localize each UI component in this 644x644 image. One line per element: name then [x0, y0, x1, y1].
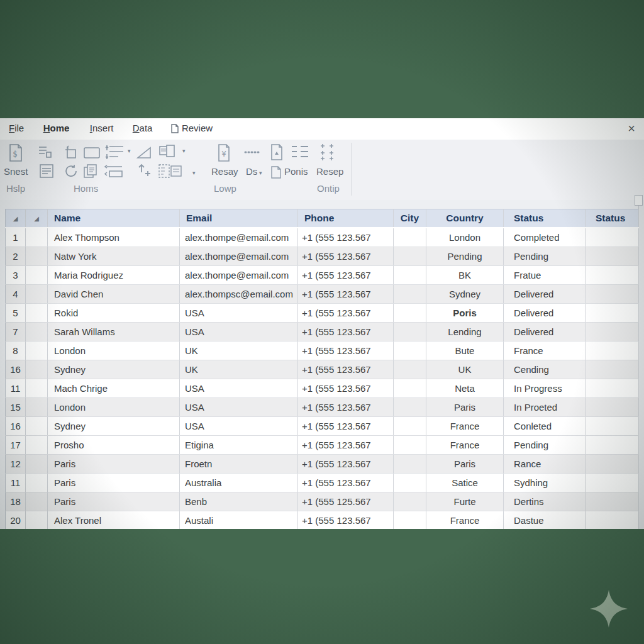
copy-format-icon[interactable] [158, 144, 180, 160]
cell-status2[interactable] [586, 474, 639, 492]
close-icon[interactable]: × [624, 121, 639, 136]
cell-phone[interactable]: +1 (555 123.567 [298, 511, 394, 530]
cell-phone[interactable]: +1 (555 123.567 [298, 285, 394, 304]
cell-city[interactable] [394, 455, 426, 474]
cell-status2[interactable] [586, 323, 639, 341]
row-number[interactable]: 1 [6, 228, 26, 247]
cell-email[interactable]: USA [180, 323, 298, 341]
cell-email[interactable]: USA [180, 379, 298, 398]
ribbon-button-resep[interactable]: Resep [316, 166, 343, 177]
cell-country[interactable]: Poris [426, 304, 504, 323]
cell-blank[interactable] [26, 341, 48, 360]
row-number[interactable]: 4 [6, 285, 26, 304]
cell-status[interactable]: In Progress [504, 379, 586, 398]
cell-blank[interactable] [26, 455, 48, 474]
cell-status2[interactable] [586, 417, 639, 436]
cell-country[interactable]: Paris [426, 398, 504, 417]
cell-status[interactable]: Sydhing [504, 474, 586, 492]
cell-status2[interactable] [586, 266, 639, 285]
cell-country[interactable]: Lending [426, 323, 504, 341]
cell-phone[interactable]: +1 (555 123.567 [298, 341, 394, 360]
copy-pages-icon[interactable] [83, 164, 99, 179]
cell-country[interactable]: Sydney [426, 285, 504, 304]
cell-status2[interactable] [586, 379, 639, 398]
cell-country[interactable]: Paris [426, 455, 504, 474]
row-number[interactable]: 11 [6, 379, 26, 398]
corner-sort-cell[interactable]: ◢ [26, 209, 48, 228]
cell-country[interactable]: France [426, 511, 504, 530]
cell-status[interactable]: Delivered [504, 323, 586, 341]
cell-blank[interactable] [26, 360, 48, 379]
cell-status[interactable]: Cending [504, 360, 586, 379]
cell-phone[interactable]: +1 (555 123.567 [298, 323, 394, 341]
corner-sort-cell[interactable]: ◢ [6, 209, 26, 228]
cell-status2[interactable] [586, 436, 639, 455]
cell-status[interactable]: Completed [504, 228, 586, 247]
cell-name[interactable]: Paris [48, 455, 180, 474]
cell-email[interactable]: Australia [180, 474, 298, 492]
row-number[interactable]: 11 [6, 474, 26, 492]
clipboard-list-icon[interactable] [158, 164, 182, 179]
cell-phone[interactable]: +1 (555 123.567 [298, 304, 394, 323]
header-city[interactable]: City [394, 209, 426, 228]
menu-insert[interactable]: Insert [86, 118, 118, 137]
cell-country[interactable]: Bute [426, 341, 504, 360]
dropdown-arrow-icon[interactable]: ▾ [182, 148, 186, 154]
scrollbar-track[interactable] [638, 200, 644, 529]
cell-city[interactable] [394, 511, 426, 530]
cell-status[interactable]: Delivered [504, 304, 586, 323]
row-number[interactable]: 16 [6, 417, 26, 436]
cell-phone[interactable]: +1 (555 123.567 [298, 228, 394, 247]
cell-status[interactable]: Dertins [504, 492, 586, 511]
cell-email[interactable]: alex.thompe@email.com [180, 228, 298, 247]
cell-country[interactable]: Pending [426, 247, 504, 266]
cell-blank[interactable] [26, 285, 48, 304]
cell-blank[interactable] [26, 266, 48, 285]
cell-country[interactable]: France [426, 417, 504, 436]
cell-blank[interactable] [26, 247, 48, 266]
cell-email[interactable]: alex.thompsc@email.com [180, 285, 298, 304]
row-number[interactable]: 3 [6, 266, 26, 285]
cell-status2[interactable] [586, 304, 639, 323]
cell-name[interactable]: Sarah Willams [48, 323, 180, 341]
row-number[interactable]: 17 [6, 436, 26, 455]
cell-country[interactable]: Neta [426, 379, 504, 398]
cell-status2[interactable] [586, 247, 639, 266]
cell-city[interactable] [394, 492, 426, 511]
doc-dollar-icon[interactable]: $ [8, 143, 24, 162]
cell-city[interactable] [394, 436, 426, 455]
cell-email[interactable]: Benb [180, 492, 298, 511]
row-number[interactable]: 7 [6, 323, 26, 341]
cell-city[interactable] [394, 360, 426, 379]
cell-name[interactable]: Prosho [48, 436, 180, 455]
row-number[interactable]: 8 [6, 341, 26, 360]
cell-name[interactable]: Paris [48, 474, 180, 492]
header-status[interactable]: Status [504, 209, 586, 228]
header-email[interactable]: Email [180, 209, 298, 228]
rotate-icon[interactable] [64, 164, 79, 179]
cell-phone[interactable]: +1 (555 123.567 [298, 266, 394, 285]
cell-blank[interactable] [26, 228, 48, 247]
textbox-icon[interactable] [83, 147, 101, 159]
cell-phone[interactable]: +1 (555 123.567 [298, 474, 394, 492]
cell-city[interactable] [394, 304, 426, 323]
cell-status2[interactable] [586, 360, 639, 379]
table-columns-icon[interactable] [38, 145, 53, 159]
cell-status[interactable]: Dastue [504, 511, 586, 530]
cell-name[interactable]: Natw York [48, 247, 180, 266]
cell-status2[interactable] [586, 228, 639, 247]
cell-status2[interactable] [586, 285, 639, 304]
row-number[interactable]: 15 [6, 398, 26, 417]
cell-status[interactable]: Pending [504, 247, 586, 266]
cell-city[interactable] [394, 417, 426, 436]
cell-email[interactable]: USA [180, 398, 298, 417]
cell-city[interactable] [394, 266, 426, 285]
cell-status[interactable]: Conleted [504, 417, 586, 436]
cell-status2[interactable] [586, 492, 639, 511]
header-country[interactable]: Country [426, 209, 504, 228]
cell-email[interactable]: USA [180, 417, 298, 436]
row-number[interactable]: 12 [6, 455, 26, 474]
cell-phone[interactable]: +1 (555 123.567 [298, 417, 394, 436]
row-number[interactable]: 20 [6, 511, 26, 530]
cell-email[interactable]: alex.thompe@email.com [180, 266, 298, 285]
